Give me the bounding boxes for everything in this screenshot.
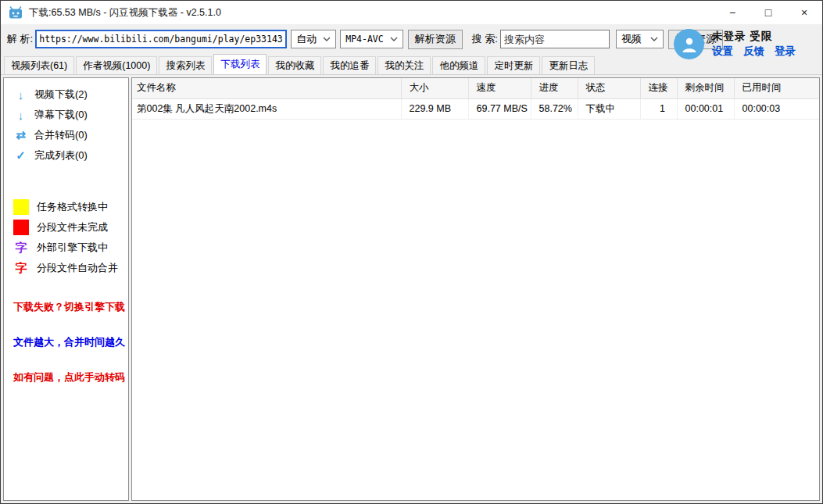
window-controls: − □ ×	[714, 1, 822, 24]
tab-scheduled-update[interactable]: 定时更新	[487, 56, 540, 74]
legend-item-converting: 任务格式转换中	[4, 197, 128, 217]
column-header-filename[interactable]: 文件名称	[132, 78, 401, 98]
parse-label: 解 析:	[7, 32, 33, 46]
column-header-speed[interactable]: 速度	[468, 78, 531, 98]
cell-speed: 69.77 MB/S	[468, 98, 531, 119]
tab-video-list[interactable]: 视频列表(61)	[4, 56, 74, 74]
sidebar-item-danmaku-download[interactable]: ↓ 弹幕下载(0)	[4, 105, 128, 125]
column-header-connections[interactable]: 连接	[640, 78, 677, 98]
tab-download-list[interactable]: 下载列表	[213, 54, 267, 74]
search-type-combo-value: 视频	[621, 32, 642, 46]
chevron-down-icon	[650, 37, 658, 41]
swap-arrows-icon: ⇄	[14, 128, 27, 142]
sidebar-item-label: 弹幕下载(0)	[34, 108, 88, 122]
user-avatar[interactable]	[674, 29, 704, 59]
column-header-size[interactable]: 大小	[401, 78, 468, 98]
download-table: 文件名称 大小 速度 进度 状态 连接 剩余时间 已用时间 第002集 凡人风起…	[132, 78, 819, 120]
sidebar: ↓ 视频下载(2) ↓ 弹幕下载(0) ⇄ 合并转码(0) ✓ 完成列表(0) …	[3, 77, 129, 501]
legend-label: 分段文件自动合并	[37, 261, 118, 275]
download-list-panel: 文件名称 大小 速度 进度 状态 连接 剩余时间 已用时间 第002集 凡人风起…	[131, 77, 820, 501]
person-icon	[680, 35, 699, 54]
tab-my-follows[interactable]: 我的关注	[378, 56, 431, 74]
legend-item-segment-incomplete: 分段文件未完成	[4, 217, 128, 238]
format-combo-value: MP4-AVC	[345, 34, 383, 45]
chevron-down-icon	[323, 37, 331, 41]
sidebar-notes: 下载失败？切换引擎下载 文件越大，合并时间越久 如有问题，点此手动转码	[4, 300, 128, 384]
legend-item-auto-merge: 字 分段文件自动合并	[4, 258, 128, 278]
search-label: 搜 索:	[472, 32, 498, 46]
account-links: 设置 反馈 登录	[712, 45, 796, 59]
sidebar-item-label: 视频下载(2)	[34, 88, 88, 102]
url-input[interactable]	[35, 30, 287, 48]
column-header-elapsed[interactable]: 已用时间	[734, 78, 819, 98]
mode-combo-value: 自动	[296, 32, 317, 46]
cell-connections: 1	[640, 98, 677, 119]
red-char-glyph: 字	[13, 261, 29, 276]
cell-progress: 58.72%	[531, 98, 578, 119]
tab-my-bangumi[interactable]: 我的追番	[323, 56, 376, 74]
content-area: ↓ 视频下载(2) ↓ 弹幕下载(0) ⇄ 合并转码(0) ✓ 完成列表(0) …	[1, 74, 822, 503]
tab-search-list[interactable]: 搜索列表	[159, 56, 212, 74]
download-arrow-icon: ↓	[14, 109, 27, 122]
account-panel: 未登录 受限 设置 反馈 登录	[674, 29, 796, 59]
cell-remaining: 00:00:01	[677, 98, 734, 119]
chevron-down-icon	[390, 37, 398, 41]
search-input[interactable]	[500, 30, 610, 48]
red-swatch	[13, 220, 29, 235]
note-merge-time: 文件越大，合并时间越久	[4, 335, 128, 349]
app-icon	[9, 6, 23, 19]
check-icon: ✓	[14, 148, 27, 163]
cell-status: 下载中	[578, 98, 640, 119]
note-switch-engine[interactable]: 下载失败？切换引擎下载	[4, 300, 128, 314]
login-link[interactable]: 登录	[775, 45, 796, 59]
sidebar-item-label: 完成列表(0)	[34, 148, 88, 163]
legend-label: 任务格式转换中	[37, 200, 108, 214]
tab-my-favorites[interactable]: 我的收藏	[268, 56, 321, 74]
account-texts: 未登录 受限 设置 反馈 登录	[712, 29, 796, 59]
column-header-remaining[interactable]: 剩余时间	[677, 78, 734, 98]
sidebar-item-merge-transcode[interactable]: ⇄ 合并转码(0)	[4, 125, 128, 145]
download-arrow-icon: ↓	[14, 88, 27, 102]
table-header-row: 文件名称 大小 速度 进度 状态 连接 剩余时间 已用时间	[132, 78, 819, 98]
legend-item-external-engine: 字 外部引擎下载中	[4, 238, 128, 258]
column-header-status[interactable]: 状态	[578, 78, 640, 98]
format-combo[interactable]: MP4-AVC	[340, 30, 403, 48]
status-legend: 任务格式转换中 分段文件未完成 字 外部引擎下载中 字 分段文件自动合并	[4, 197, 128, 278]
parse-resource-button[interactable]: 解析资源	[408, 30, 463, 49]
sidebar-item-label: 合并转码(0)	[34, 128, 88, 142]
search-type-combo[interactable]: 视频	[616, 30, 664, 48]
purple-char-glyph: 字	[13, 241, 29, 256]
note-manual-transcode[interactable]: 如有问题，点此手动转码	[4, 370, 128, 384]
cell-elapsed: 00:00:03	[734, 98, 819, 119]
tab-changelog[interactable]: 更新日志	[542, 56, 595, 74]
mode-combo[interactable]: 自动	[291, 30, 336, 48]
column-header-progress[interactable]: 进度	[531, 78, 578, 98]
tab-his-channel[interactable]: 他的频道	[432, 56, 485, 74]
settings-link[interactable]: 设置	[712, 45, 733, 59]
sidebar-item-video-download[interactable]: ↓ 视频下载(2)	[4, 84, 128, 105]
maximize-button[interactable]: □	[750, 1, 786, 24]
minimize-button[interactable]: −	[714, 1, 750, 24]
legend-label: 外部引擎下载中	[37, 241, 108, 255]
login-status: 未登录 受限	[712, 30, 796, 44]
download-row[interactable]: 第002集 凡人风起天南2002.m4s 229.9 MB 69.77 MB/S…	[132, 98, 819, 119]
window-title: 下载:65.53 MB/s - 闪豆视频下载器 - v2.5.1.0	[29, 6, 221, 20]
app-window: 下载:65.53 MB/s - 闪豆视频下载器 - v2.5.1.0 − □ ×…	[0, 0, 823, 504]
legend-label: 分段文件未完成	[37, 220, 108, 234]
feedback-link[interactable]: 反馈	[743, 45, 764, 59]
yellow-swatch	[13, 199, 29, 215]
close-button[interactable]: ×	[786, 1, 822, 24]
sidebar-item-completed-list[interactable]: ✓ 完成列表(0)	[4, 145, 128, 166]
titlebar: 下载:65.53 MB/s - 闪豆视频下载器 - v2.5.1.0 − □ ×	[1, 1, 822, 24]
cell-filename: 第002集 凡人风起天南2002.m4s	[132, 98, 401, 119]
cell-size: 229.9 MB	[401, 98, 468, 119]
tab-author-videos[interactable]: 作者视频(1000)	[76, 56, 157, 74]
